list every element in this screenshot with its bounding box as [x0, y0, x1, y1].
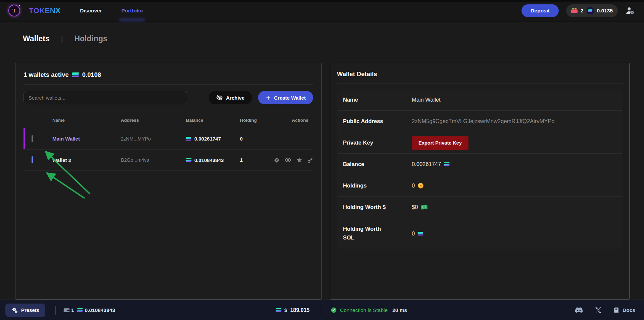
footer-right: Docs [575, 300, 635, 320]
search-input[interactable] [23, 91, 187, 104]
footer-separator [321, 306, 321, 315]
footer-wallet-balance: 0.010843843 [85, 307, 115, 313]
balance-value: 0.00261747 [412, 161, 441, 167]
wallet-name: Wallet 2 [42, 157, 117, 163]
solana-icon [418, 232, 423, 235]
panel-divider [337, 84, 623, 84]
solana-icon [588, 9, 592, 12]
detail-label: Public Address [343, 117, 393, 126]
detail-label: Holding Worth $ [343, 203, 393, 212]
book-icon [613, 307, 620, 314]
wallet-row-wallet-2[interactable]: Wallet 2 B2Go...m4va 0.010843843 1 [23, 149, 313, 171]
presets-button[interactable]: Presets [5, 304, 45, 317]
active-wallets-text: 1 wallets active [23, 71, 69, 78]
gears-icon [11, 307, 18, 314]
connection-status: Connection is Stable [340, 307, 388, 313]
detail-row-private-key: Private Key Export Private Key [338, 132, 622, 154]
create-wallet-button[interactable]: Create Wallet [258, 91, 313, 104]
docs-link[interactable]: Docs [613, 307, 635, 314]
detail-row-name: Name Main Wallet [338, 89, 622, 111]
wallet-holding: 0 [236, 136, 273, 142]
eye-off-icon [216, 94, 223, 101]
wallet-checkbox[interactable] [32, 135, 33, 142]
detail-row-holding-worth-sol: Holding Worth SOL 0 [338, 218, 622, 249]
tab-holdings[interactable]: Holdings [74, 34, 107, 43]
details-panel: Wallet Details Name Main Wallet Public A… [330, 63, 630, 300]
hide-wallet-icon[interactable] [284, 156, 292, 164]
detail-label: Balance [343, 160, 393, 169]
chip-sol-balance: 0.0135 [597, 8, 613, 14]
holding-worth-usd-value: $0 [412, 204, 418, 210]
detail-label: Holdings [343, 181, 393, 190]
logo-letter: T [12, 7, 16, 14]
holding-worth-sol-value: 0 [412, 230, 415, 237]
wallet-icon [63, 307, 70, 314]
wallet-address: B2Go...m4va [117, 157, 179, 163]
detail-row-balance: Balance 0.00261747 [338, 154, 622, 175]
chip-wallet-count: 2 [581, 8, 584, 14]
brand-logo[interactable]: T [8, 5, 20, 16]
wallet-balance: 0.00261747 [194, 136, 221, 142]
active-sol-total: 0.0108 [82, 71, 101, 78]
wallet-address: 2zNM...MYPo [117, 136, 179, 142]
active-wallets-summary: 1 wallets active 0.0108 [23, 71, 313, 78]
wallet-name: Main Wallet [42, 136, 117, 142]
key-icon[interactable] [307, 157, 314, 164]
tab-wallets[interactable]: Wallets [23, 34, 50, 43]
sol-price-group: $ 189.015 [276, 300, 309, 320]
docs-label: Docs [623, 307, 635, 313]
plus-icon [265, 95, 271, 101]
discord-icon[interactable] [575, 306, 583, 315]
wallet-checkbox[interactable] [32, 156, 33, 163]
wallet-row-main-wallet[interactable]: Main Wallet 2zNM...MYPo 0.00261747 0 [23, 128, 313, 149]
detail-value: Main Wallet [412, 97, 616, 103]
detail-label: Holding Worth SOL [343, 225, 393, 242]
holdings-value: 0 [412, 182, 415, 189]
archive-button[interactable]: Archive [209, 91, 252, 104]
tab-separator: | [61, 35, 63, 43]
page-tabs: Wallets | Holdings [23, 34, 107, 43]
sol-price: 189.015 [290, 307, 310, 313]
sol-badge [587, 7, 594, 14]
x-icon[interactable] [595, 307, 602, 314]
solana-icon [186, 158, 191, 162]
wallets-toolbar: Archive Create Wallet [23, 91, 313, 104]
col-holding: Holding [236, 118, 273, 123]
wallet-holding: 1 [236, 157, 273, 163]
export-private-key-button[interactable]: Export Private Key [412, 136, 468, 150]
footer-left: Presets 1 0.010843843 [5, 300, 115, 320]
detail-row-holdings: Holdings 0 [338, 175, 622, 197]
deposit-button[interactable]: Deposit [522, 4, 559, 17]
footer-separator [55, 306, 56, 315]
row-actions [273, 156, 318, 164]
coin-icon [418, 183, 424, 189]
col-address: Address [117, 118, 179, 123]
solana-icon [276, 308, 281, 312]
col-actions: Actions [273, 118, 313, 123]
wallet-balance: 0.010843843 [194, 157, 224, 163]
diamond-arrow-icon[interactable] [273, 157, 280, 164]
solana-icon [444, 162, 449, 166]
detail-label: Private Key [343, 139, 393, 147]
detail-label: Name [343, 96, 393, 104]
details-title: Wallet Details [337, 70, 623, 78]
brand-name: TOKENX [29, 6, 60, 15]
favorite-icon[interactable] [296, 157, 303, 164]
account-settings-icon[interactable] [625, 6, 635, 15]
table-header: Name Address Balance Holding Actions [23, 112, 313, 128]
wallet-summary-chip[interactable]: 2 0.0135 [566, 4, 618, 17]
footer-bar: Presets 1 0.010843843 $ 189.015 Connecti… [0, 300, 644, 320]
card-index-icon [571, 8, 578, 13]
detail-row-holding-worth-usd: Holding Worth $ $0 [338, 197, 622, 218]
nav-link-portfolio[interactable]: Portfolio [121, 0, 143, 21]
col-balance: Balance [179, 118, 236, 123]
panel-divider [23, 84, 313, 85]
nav-link-discover[interactable]: Discover [80, 0, 102, 21]
panel-divider [23, 110, 313, 110]
footer-wallet-count: 1 [71, 307, 74, 313]
solana-icon [72, 72, 79, 77]
price-prefix: $ [284, 307, 287, 313]
detail-row-public-address: Public Address 2zNM5g9CgecTmVLGJejzswrMn… [338, 111, 622, 132]
public-address-value: 2zNM5g9CgecTmVLGJejzswrMnw2qemRJJfQ2Airv… [412, 118, 616, 124]
connection-group: Connection is Stable 20 ms [321, 300, 407, 320]
